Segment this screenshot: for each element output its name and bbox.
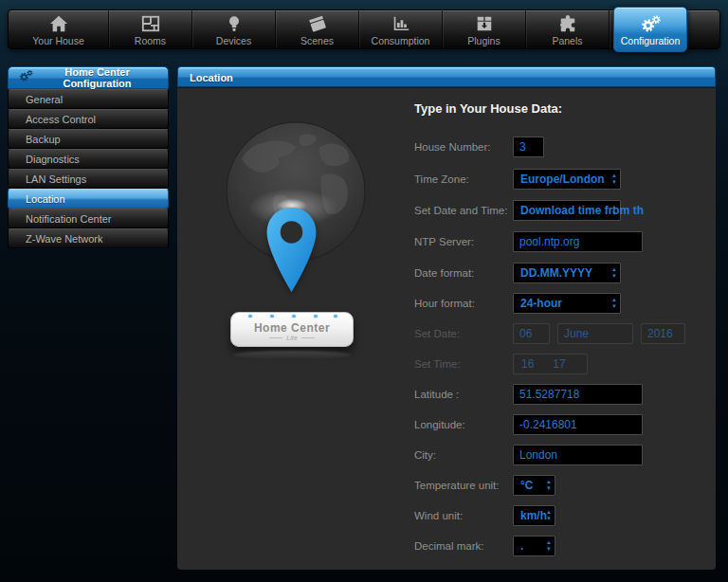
led-indicator <box>248 315 252 318</box>
plugin-box-icon <box>474 13 495 34</box>
latitude-input[interactable] <box>513 384 643 405</box>
field-label: Temperature unit: <box>414 475 513 496</box>
tab-your-house[interactable]: Your House <box>9 10 109 48</box>
tab-label: Devices <box>216 35 251 46</box>
form-row-city: City: <box>414 445 643 465</box>
field-label: Set Date: <box>414 323 513 344</box>
device-sublabel: Lite <box>231 335 353 341</box>
tab-label: Consumption <box>372 35 430 46</box>
selected-value: 24-hour <box>520 297 562 310</box>
sidebar-item-general[interactable]: General <box>8 89 169 109</box>
spinner-arrows-icon: ▲▼ <box>546 539 552 553</box>
set-date-input-0 <box>513 323 550 344</box>
form-row-wind-unit: Wind unit:km/h▲▼ <box>414 505 555 526</box>
field-label: Hour format: <box>414 293 513 314</box>
city-input[interactable] <box>513 445 643 465</box>
spinner-arrows-icon: ▲▼ <box>546 509 552 522</box>
tab-label: Scenes <box>300 35 334 46</box>
location-panel: Location <box>177 66 716 570</box>
device-reflection <box>234 351 350 359</box>
field-label: House Number: <box>414 136 513 157</box>
wind-unit-select[interactable]: km/h▲▼ <box>513 505 555 526</box>
tab-configuration[interactable]: Configuration <box>613 7 687 52</box>
nav-spacer <box>687 10 719 48</box>
selected-value: °C <box>520 479 533 492</box>
tab-scenes[interactable]: Scenes <box>276 10 359 48</box>
form-row-date-format: Date format:DD.MM.YYYY▲▼ <box>414 263 621 283</box>
form-row-time-zone: Time Zone:Europe/London▲▼ <box>414 169 621 190</box>
field-label: Time Zone: <box>414 169 513 190</box>
sidebar-item-z-wave-network[interactable]: Z-Wave Network <box>8 228 169 248</box>
set-date-and-time-select[interactable]: Download time from th▲▼ <box>513 200 621 221</box>
gears-icon <box>17 69 34 86</box>
field-label: Wind unit: <box>414 505 513 526</box>
temperature-unit-select[interactable]: °C▲▼ <box>513 475 555 496</box>
time-zone-select[interactable]: Europe/London▲▼ <box>513 169 621 190</box>
form-heading: Type in Your House Data: <box>414 101 562 116</box>
selected-value: DD.MM.YYYY <box>520 266 592 280</box>
top-navigation-bar: Your HouseRoomsDevicesScenesConsumptionP… <box>8 9 720 49</box>
home-center-device: Home Center Lite <box>230 312 354 347</box>
floorplan-icon <box>140 13 161 34</box>
location-pin-icon <box>264 206 319 295</box>
spinner-arrows-icon: ▲▼ <box>546 479 552 492</box>
time-part: 17 <box>553 357 565 371</box>
sidebar-item-lan-settings[interactable]: LAN Settings <box>8 169 169 189</box>
selected-value: Download time from th <box>520 204 644 217</box>
sidebar-item-backup[interactable]: Backup <box>8 129 169 149</box>
sidebar-item-diagnostics[interactable]: Diagnostics <box>8 149 169 169</box>
date-format-select[interactable]: DD.MM.YYYY▲▼ <box>513 263 621 283</box>
house-icon <box>48 13 69 34</box>
field-label: Decimal mark: <box>414 536 513 556</box>
tab-panels[interactable]: Panels <box>526 10 610 48</box>
sidebar-header: Home Center Configuration <box>8 66 169 89</box>
spinner-arrows-icon: ▲▼ <box>611 204 617 217</box>
house-number-input[interactable] <box>513 136 544 157</box>
led-indicator <box>314 315 318 318</box>
tab-devices[interactable]: Devices <box>192 10 276 48</box>
form-row-set-time: Set Time:1617 <box>414 354 588 374</box>
spinner-arrows-icon: ▲▼ <box>611 297 617 310</box>
form-row-longitude: Longitude: <box>414 414 643 435</box>
tab-label: Rooms <box>135 35 166 46</box>
form-row-house-number: House Number: <box>414 136 544 157</box>
tab-label: Your House <box>32 35 83 46</box>
form-row-ntp-server: NTP Server: <box>414 231 643 252</box>
tab-label: Plugins <box>467 35 500 46</box>
decimal-mark-select[interactable]: .▲▼ <box>513 536 555 556</box>
ntp-server-input[interactable] <box>513 231 643 252</box>
configuration-sidebar: Home Center Configuration GeneralAccess … <box>8 66 169 248</box>
form-row-temperature-unit: Temperature unit:°C▲▼ <box>414 475 555 496</box>
panel-body: Home Center Lite Type in Your House Data… <box>177 88 716 570</box>
led-indicator <box>270 315 274 318</box>
tab-plugins[interactable]: Plugins <box>443 10 526 48</box>
field-label: NTP Server: <box>414 231 513 252</box>
sidebar-title: Home Center Configuration <box>34 66 160 89</box>
field-label: Set Date and Time: <box>414 200 513 221</box>
field-label: Date format: <box>414 263 513 283</box>
led-indicator <box>334 315 337 318</box>
set-date-input-1 <box>557 323 633 344</box>
sidebar-item-notification-center[interactable]: Notification Center <box>8 209 169 228</box>
tab-rooms[interactable]: Rooms <box>109 10 192 48</box>
form-row-decimal-mark: Decimal mark:.▲▼ <box>414 536 555 556</box>
set-date-input-2 <box>641 323 685 344</box>
tab-consumption[interactable]: Consumption <box>359 10 443 48</box>
time-part: 16 <box>521 357 534 371</box>
sidebar-item-location[interactable]: Location <box>8 189 169 209</box>
form-row-set-date-and-time: Set Date and Time:Download time from th▲… <box>414 200 621 221</box>
sidebar-menu: GeneralAccess ControlBackupDiagnosticsLA… <box>8 89 169 248</box>
spinner-arrows-icon: ▲▼ <box>611 266 617 280</box>
selected-value: km/h <box>520 509 547 522</box>
field-label: Longitude: <box>414 414 513 435</box>
puzzle-icon <box>557 13 578 34</box>
sidebar-item-access-control[interactable]: Access Control <box>8 109 169 129</box>
lightbulb-icon <box>224 13 245 34</box>
longitude-input[interactable] <box>513 414 643 435</box>
spinner-arrows-icon: ▲▼ <box>611 173 617 186</box>
tab-label: Configuration <box>621 35 680 46</box>
hour-format-select[interactable]: 24-hour▲▼ <box>513 293 621 314</box>
form-row-hour-format: Hour format:24-hour▲▼ <box>414 293 621 314</box>
set-time-input: 1617 <box>513 354 588 374</box>
gears-icon <box>638 13 663 34</box>
